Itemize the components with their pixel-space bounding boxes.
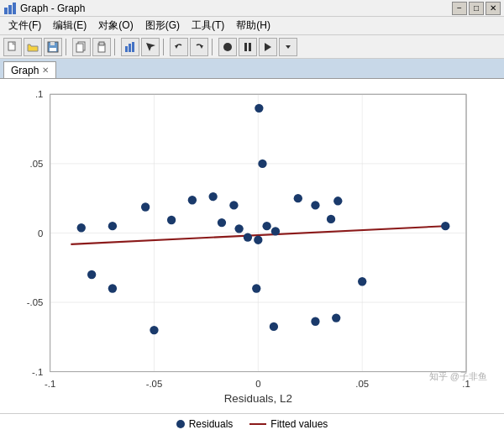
svg-text:-.1: -.1 (45, 379, 55, 389)
svg-point-60 (311, 201, 319, 209)
menu-tools[interactable]: 工具(T) (186, 17, 229, 34)
tab-label: Graph (11, 65, 39, 76)
svg-point-50 (108, 222, 117, 230)
svg-point-59 (294, 194, 302, 202)
svg-point-58 (271, 227, 280, 235)
svg-rect-2 (13, 3, 16, 14)
svg-point-46 (150, 326, 158, 334)
svg-point-16 (223, 43, 232, 51)
menu-edit[interactable]: 编辑(E) (48, 17, 92, 34)
svg-rect-13 (132, 42, 134, 52)
svg-rect-5 (50, 48, 56, 51)
menu-file[interactable]: 文件(F) (3, 17, 46, 34)
legend-residuals: Residuals (176, 418, 234, 430)
toolbar-sep1 (66, 39, 69, 55)
legend-fitted-label: Fitted values (270, 418, 328, 430)
svg-point-62 (327, 215, 335, 223)
toolbar-open[interactable] (24, 38, 42, 56)
toolbar (0, 35, 504, 59)
watermark: 知乎 @子非鱼 (429, 370, 487, 383)
chart-area: .1 .05 0 -.05 -.1 -.1 -.05 0 .05 .1 Resi… (0, 79, 504, 413)
svg-marker-20 (286, 45, 291, 49)
svg-rect-0 (4, 8, 8, 14)
svg-point-67 (358, 277, 366, 286)
svg-text:-.05: -.05 (146, 379, 163, 389)
menu-graph[interactable]: 图形(G) (140, 17, 185, 34)
minimize-button[interactable]: − (452, 2, 467, 15)
app-icon (3, 2, 17, 15)
toolbar-undo[interactable] (170, 38, 188, 56)
svg-point-54 (208, 192, 217, 201)
svg-rect-17 (244, 43, 247, 51)
svg-text:0: 0 (38, 228, 43, 238)
close-button[interactable]: ✕ (486, 2, 501, 15)
svg-text:.05: .05 (355, 379, 369, 389)
svg-point-64 (270, 322, 278, 331)
menu-bar: 文件(F) 编辑(E) 对象(O) 图形(G) 工具(T) 帮助(H) (0, 17, 504, 35)
toolbar-redo[interactable] (190, 38, 208, 56)
legend-fitted: Fitted values (249, 418, 328, 430)
svg-point-53 (188, 196, 197, 204)
legend: Residuals Fitted values (0, 413, 504, 435)
toolbar-new[interactable] (3, 38, 22, 56)
svg-point-56 (254, 236, 262, 244)
window-title: Graph - Graph (20, 3, 85, 14)
svg-point-47 (108, 284, 117, 292)
svg-marker-15 (200, 45, 203, 49)
menu-help[interactable]: 帮助(H) (231, 17, 276, 34)
svg-rect-6 (50, 42, 55, 45)
svg-point-63 (252, 284, 260, 292)
svg-rect-10 (99, 42, 104, 45)
toolbar-sep2 (114, 39, 118, 55)
svg-rect-18 (249, 43, 251, 51)
svg-point-61 (333, 197, 342, 205)
toolbar-copy[interactable] (72, 38, 91, 56)
svg-point-44 (255, 104, 263, 113)
svg-point-70 (234, 224, 243, 233)
svg-text:.05: .05 (30, 159, 44, 169)
legend-line-icon (249, 423, 266, 425)
title-bar: Graph - Graph − □ ✕ (0, 0, 504, 17)
svg-rect-12 (129, 44, 131, 52)
toolbar-play[interactable] (259, 38, 277, 56)
svg-point-65 (311, 317, 319, 326)
toolbar-circle[interactable] (218, 38, 237, 56)
svg-rect-8 (76, 44, 83, 52)
window-controls: − □ ✕ (452, 2, 501, 15)
svg-text:.1: .1 (35, 89, 43, 99)
toolbar-sep3 (163, 39, 166, 55)
toolbar-dropdown[interactable] (279, 38, 297, 56)
svg-text:-.05: -.05 (27, 297, 44, 307)
svg-marker-19 (265, 43, 271, 51)
svg-text:-.1: -.1 (32, 367, 43, 377)
svg-marker-14 (175, 45, 178, 49)
main-area: .1 .05 0 -.05 -.1 -.1 -.05 0 .05 .1 Resi… (0, 79, 504, 435)
svg-point-71 (218, 218, 226, 227)
svg-point-68 (441, 222, 449, 230)
toolbar-save[interactable] (44, 38, 62, 56)
svg-point-55 (229, 201, 238, 209)
svg-point-57 (262, 222, 270, 230)
toolbar-pause[interactable] (239, 38, 257, 56)
legend-dot-icon (176, 420, 185, 428)
svg-point-66 (332, 313, 340, 322)
svg-point-48 (87, 270, 96, 279)
tab-graph[interactable]: Graph ✕ (3, 61, 56, 78)
toolbar-paste[interactable] (92, 38, 111, 56)
svg-point-49 (77, 223, 86, 232)
legend-residuals-label: Residuals (189, 418, 234, 430)
scatter-plot: .1 .05 0 -.05 -.1 -.1 -.05 0 .05 .1 Resi… (7, 86, 492, 406)
svg-point-52 (167, 216, 176, 224)
tab-close-icon[interactable]: ✕ (42, 66, 49, 75)
toolbar-select[interactable] (141, 38, 160, 56)
svg-text:Residuals, L2: Residuals, L2 (224, 392, 292, 405)
svg-rect-11 (125, 46, 128, 52)
svg-text:0: 0 (255, 379, 260, 389)
tab-bar: Graph ✕ (0, 59, 504, 79)
svg-point-51 (141, 202, 150, 211)
toolbar-sep4 (212, 39, 215, 55)
maximize-button[interactable]: □ (469, 2, 484, 15)
svg-point-69 (244, 233, 252, 241)
toolbar-chart[interactable] (121, 38, 139, 56)
menu-object[interactable]: 对象(O) (93, 17, 138, 34)
